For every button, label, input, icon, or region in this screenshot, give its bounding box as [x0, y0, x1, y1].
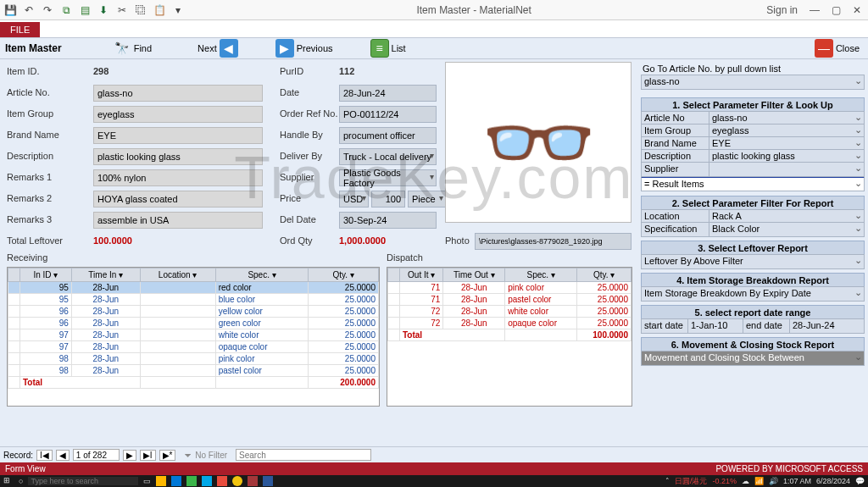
item-id-label: Item ID.	[7, 66, 40, 76]
first-record-button[interactable]: I◀	[36, 450, 53, 461]
currency-name[interactable]: 日圓/港元	[675, 476, 708, 487]
min-button[interactable]: —	[806, 4, 823, 16]
filter-dropdown[interactable]: Black Color	[709, 223, 864, 236]
last-record-button[interactable]: ▶I	[140, 450, 156, 461]
supplier-dropdown[interactable]: Plastic Goods Factory	[339, 169, 437, 186]
signin-link[interactable]: Sign in	[763, 4, 801, 16]
cortana-icon[interactable]: ○	[19, 477, 23, 485]
filter-dropdown[interactable]	[709, 163, 864, 176]
result-items-dropdown[interactable]: = Result Items	[641, 176, 865, 191]
app2-icon[interactable]	[202, 476, 212, 486]
unit-dropdown[interactable]: Piece	[408, 191, 446, 208]
end-date-field[interactable]: 28-Jun-24	[790, 319, 864, 333]
find-button[interactable]: 🔭 Find	[109, 37, 155, 59]
ordref-field[interactable]: PO-00112/24	[339, 106, 437, 123]
column-header[interactable]: Time In ▾	[71, 268, 140, 282]
column-header[interactable]: In ID ▾	[20, 268, 72, 282]
qat-save-icon[interactable]: 💾	[3, 3, 17, 17]
tray-vol-icon[interactable]: 🔊	[769, 477, 778, 485]
date-field[interactable]: 28-Jun-24	[339, 85, 437, 102]
rem1-field[interactable]: 100% nylon	[93, 169, 263, 186]
notif-icon[interactable]: 💬	[855, 477, 865, 485]
word-icon[interactable]	[263, 476, 273, 486]
table-row[interactable]: 7128-Junpink color25.0000	[388, 282, 632, 294]
receiving-table[interactable]: In ID ▾Time In ▾Location ▾Spec. ▾Qty. ▾9…	[8, 268, 379, 389]
table-row[interactable]: 9728-Junopaque color25.0000	[8, 341, 379, 353]
qat-paste-icon[interactable]: 📋	[153, 3, 166, 17]
close-button[interactable]: ― Close	[811, 37, 863, 59]
deldate-field[interactable]: 30-Sep-24	[339, 212, 437, 229]
leftover-report-dropdown[interactable]: Leftover By Above Filter	[641, 254, 865, 269]
next-record-button[interactable]: ▶	[123, 450, 136, 461]
qat-tool1-icon[interactable]: ⧉	[59, 3, 73, 17]
table-row[interactable]: 9528-Junblue color25.0000	[8, 294, 379, 306]
price-field[interactable]: 100	[371, 191, 405, 208]
qat-cut-icon[interactable]: ✂	[115, 3, 129, 17]
table-row[interactable]: 9728-Junwhite color25.0000	[8, 329, 379, 341]
column-header[interactable]: Qty. ▾	[309, 268, 379, 282]
table-row[interactable]: 7128-Junpastel color25.0000	[388, 294, 632, 306]
record-position[interactable]	[73, 449, 120, 461]
list-button[interactable]: ≡ List	[367, 37, 409, 59]
table-row[interactable]: 7228-Junopaque color25.0000	[388, 318, 632, 329]
table-row[interactable]: 9828-Junpink color25.0000	[8, 353, 379, 365]
table-row[interactable]: 9528-Junred color25.0000	[8, 282, 379, 294]
column-header[interactable]: Time Out ▾	[443, 268, 505, 282]
table-row[interactable]: 7228-Junwhite color25.0000	[388, 306, 632, 318]
search-input[interactable]	[236, 449, 371, 461]
tray-cloud-icon[interactable]: ☁	[742, 477, 749, 485]
qat-tool2-icon[interactable]: ▤	[78, 3, 92, 17]
column-header[interactable]: Out It ▾	[400, 268, 443, 282]
tray-wifi-icon[interactable]: 📶	[754, 477, 764, 485]
rem2-field[interactable]: HOYA glass coated	[93, 191, 263, 208]
explorer-icon[interactable]	[156, 476, 166, 486]
table-row[interactable]: 9628-Junyellow color25.0000	[8, 306, 379, 318]
handle-field[interactable]: procument officer	[339, 127, 437, 144]
previous-button[interactable]: ▶ Previous	[272, 37, 337, 59]
deliver-dropdown[interactable]: Truck - Local delivery	[339, 148, 437, 165]
max-button[interactable]: ▢	[828, 4, 844, 16]
storage-report-dropdown[interactable]: Item Storage Breakdown By Expiry Date	[641, 286, 865, 302]
start-button[interactable]: ⊞	[3, 476, 14, 486]
app3-icon[interactable]	[217, 476, 227, 486]
qat-undo-icon[interactable]: ↶	[22, 3, 36, 17]
rem3-field[interactable]: assemble in USA	[93, 212, 263, 229]
close-window-button[interactable]: ✕	[849, 4, 865, 16]
table-row[interactable]: 9828-Junpastel color25.0000	[8, 365, 379, 377]
dispatch-table[interactable]: Out It ▾Time Out ▾Spec. ▾Qty. ▾7128-Junp…	[387, 268, 632, 341]
app1-icon[interactable]	[186, 476, 197, 486]
article-field[interactable]: glass-no	[93, 85, 263, 102]
new-record-button[interactable]: ▶*	[159, 450, 176, 461]
clock-time[interactable]: 1:07 AM	[783, 477, 811, 485]
chrome-icon[interactable]	[232, 476, 242, 486]
file-tab[interactable]: FILE	[0, 22, 40, 37]
dispatch-grid[interactable]: Out It ▾Time Out ▾Spec. ▾Qty. ▾7128-Junp…	[387, 267, 632, 407]
taskbar-search[interactable]	[28, 477, 138, 485]
taskview-icon[interactable]: ▭	[143, 477, 151, 485]
qat-redo-icon[interactable]: ↷	[41, 3, 54, 17]
qat-export-icon[interactable]: ⬇	[97, 3, 110, 17]
column-header[interactable]: Qty. ▾	[577, 268, 632, 282]
prev-record-button[interactable]: ◀	[56, 450, 70, 461]
next-button[interactable]: Next ◀	[194, 37, 242, 59]
column-header[interactable]: Spec. ▾	[215, 268, 309, 282]
qat-copy-icon[interactable]: ⿻	[134, 3, 147, 17]
clock-date[interactable]: 6/28/2024	[816, 477, 850, 485]
currency-dropdown[interactable]: USD	[339, 191, 369, 208]
table-row[interactable]: 9628-Jungreen color25.0000	[8, 318, 379, 329]
tray-expand-icon[interactable]: ˄	[665, 477, 670, 485]
photo-path[interactable]: \Pictures\glasses-8779028_1920.jpg	[475, 233, 632, 250]
column-header[interactable]: Location ▾	[140, 268, 215, 282]
goto-dropdown[interactable]: glass-no	[641, 75, 865, 90]
receiving-grid[interactable]: In ID ▾Time In ▾Location ▾Spec. ▾Qty. ▾9…	[7, 267, 380, 407]
qat-more-icon[interactable]: ▾	[171, 3, 185, 17]
group-field[interactable]: eyeglass	[93, 106, 263, 123]
movement-report-dropdown[interactable]: Movement and Closing Stock Between	[641, 351, 865, 366]
currency-rate[interactable]: -0.21%	[712, 477, 737, 485]
start-date-field[interactable]: 1-Jan-10	[688, 319, 743, 333]
access-icon[interactable]	[248, 476, 258, 486]
column-header[interactable]: Spec. ▾	[505, 268, 577, 282]
brand-field[interactable]: EYE	[93, 127, 263, 144]
desc-field[interactable]: plastic looking glass	[93, 148, 263, 165]
edge-icon[interactable]	[171, 476, 181, 486]
